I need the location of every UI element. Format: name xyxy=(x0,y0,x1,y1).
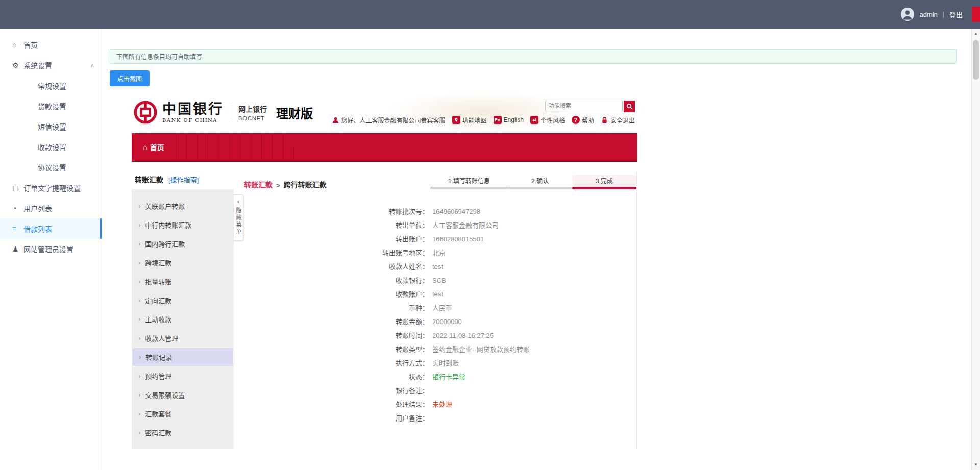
side-menu-item[interactable]: › 收款人管理 xyxy=(132,329,234,348)
detail-value: SCB xyxy=(432,274,446,287)
side-menu-item[interactable]: › 预约管理 xyxy=(132,366,234,385)
gear-icon: ⚙ xyxy=(12,61,23,69)
detail-row: 转出账户： 16602808015501 xyxy=(244,232,636,246)
bank-nav-item[interactable] xyxy=(176,133,186,147)
side-menu-item[interactable]: › 中行内转账汇款 xyxy=(132,215,234,234)
sidebar-item-label: 常规设置 xyxy=(38,81,86,91)
sidebar-item[interactable]: 常规设置 xyxy=(0,76,102,96)
bank-of-china-logo xyxy=(134,101,157,124)
hide-menu-tab[interactable]: ‹ 隐藏菜单 xyxy=(234,194,243,241)
username: admin xyxy=(919,11,937,18)
detail-row: 转账时间： 2022-11-08 16:27:25 xyxy=(244,329,636,342)
side-menu-item[interactable]: › 定向汇款 xyxy=(132,291,234,310)
arrow-right-icon: › xyxy=(139,353,141,361)
bank-content: 转账汇款 > 跨行转账汇款 1.填写转账信息 2.确认 xyxy=(234,172,637,449)
side-menu-item[interactable]: › 交易限额设置 xyxy=(132,385,234,404)
sidebar-item[interactable]: 短信设置 xyxy=(0,116,102,137)
arrow-right-icon: › xyxy=(138,334,140,342)
user-list-icon: ◔ xyxy=(12,204,23,212)
bank-nav-item[interactable] xyxy=(251,147,261,161)
greeting-link[interactable]: 您好、人工客服金融有限公司贵宾客服 xyxy=(332,116,446,125)
sidebar-item[interactable]: ♟ 网站管理员设置 xyxy=(0,239,102,259)
detail-value: 北京 xyxy=(432,246,446,260)
detail-label: 转账时间： xyxy=(244,329,429,342)
bank-nav-item[interactable] xyxy=(176,147,186,161)
sidebar-item-label: 短信设置 xyxy=(38,121,86,132)
sidebar-item[interactable]: ⌂ 首页 xyxy=(0,35,102,55)
scrollbar-thumb[interactable] xyxy=(973,40,979,80)
bank-nav-item[interactable] xyxy=(218,133,229,147)
side-menu-item[interactable]: › 主动收款 xyxy=(132,310,234,329)
search-button[interactable] xyxy=(624,101,635,112)
bank-nav-item[interactable] xyxy=(186,147,197,161)
bank-nav-item[interactable] xyxy=(229,133,240,147)
secure-logout-link[interactable]: 安全退出 xyxy=(601,116,635,125)
english-link[interactable]: En English xyxy=(494,116,524,124)
detail-row: 币种： 人民币 xyxy=(244,301,636,315)
personal-style-link[interactable]: ⇄ 个性风格 xyxy=(530,116,565,125)
function-map-link[interactable]: 功能地图 xyxy=(452,116,487,125)
sidebar-item[interactable]: 贷款设置 xyxy=(0,96,102,116)
side-menu-item[interactable]: › 密码汇款 xyxy=(132,423,234,442)
bank-nav-item[interactable] xyxy=(208,147,218,161)
bank-nav-item[interactable] xyxy=(197,133,208,147)
bank-nav-item[interactable] xyxy=(218,147,229,161)
page-scrollbar[interactable]: ▲ ▼ xyxy=(971,29,980,470)
edge-red-badge xyxy=(972,7,980,22)
scrollbar-up-icon[interactable]: ▲ xyxy=(972,30,980,38)
bank-nav-item[interactable] xyxy=(261,147,272,161)
bank-nav-item[interactable] xyxy=(186,133,197,147)
bank-nav-item[interactable] xyxy=(240,147,251,161)
bank-nav-home[interactable]: ⌂ 首页 xyxy=(132,133,176,161)
operation-guide-link[interactable]: [操作指南] xyxy=(168,176,199,184)
side-menu-item[interactable]: › 关联账户转账 xyxy=(132,196,234,215)
function-search-input[interactable] xyxy=(545,101,623,111)
breadcrumb-root[interactable]: 转账汇款 xyxy=(244,179,273,189)
side-menu-item[interactable]: › 转账记录 xyxy=(132,348,234,366)
detail-row: 执行方式： 实时到账 xyxy=(244,356,636,370)
hide-menu-label: 隐藏菜单 xyxy=(234,207,242,236)
avatar[interactable] xyxy=(901,8,914,21)
sidebar-item-label: 网站管理员设置 xyxy=(23,244,86,254)
side-menu-item[interactable]: › 国内跨行汇款 xyxy=(132,234,234,253)
bank-nav-item[interactable] xyxy=(272,133,283,147)
help-link[interactable]: ? 帮助 xyxy=(572,116,594,125)
detail-value: 人工客服金融有限公司 xyxy=(432,218,499,232)
bank-nav-item[interactable] xyxy=(197,147,208,161)
bank-nav-item[interactable] xyxy=(229,147,240,161)
sidebar-item[interactable]: ⚙ 系统设置 ∧ xyxy=(0,55,102,76)
bank-nav-item[interactable] xyxy=(283,133,293,147)
english-icon: En xyxy=(494,116,502,124)
detail-value: 银行卡异常 xyxy=(432,370,465,384)
bank-nav-item[interactable] xyxy=(272,147,283,161)
arrow-right-icon: › xyxy=(138,202,140,210)
sidebar-item[interactable]: 协议设置 xyxy=(0,157,102,178)
bank-nav-item[interactable] xyxy=(240,133,251,147)
sidebar-item-label: 首页 xyxy=(23,40,86,50)
sidebar-item[interactable]: ≡ 借款列表 xyxy=(0,218,102,239)
bank-name-en: BANK OF CHINA xyxy=(162,117,224,123)
sidebar-item[interactable]: ▤ 订单文字提醒设置 xyxy=(0,178,102,198)
detail-row: 银行备注： xyxy=(244,384,636,398)
side-menu-item[interactable]: › 批量转账 xyxy=(132,272,234,291)
side-menu-item[interactable]: › 汇款套餐 xyxy=(132,404,234,423)
sidebar-item[interactable]: 收款设置 xyxy=(0,137,102,157)
detail-label: 状态： xyxy=(244,370,429,384)
bank-nav-item[interactable] xyxy=(261,133,272,147)
detail-row: 转出账号地区： 北京 xyxy=(244,246,636,260)
detail-row: 收款账户： test xyxy=(244,287,636,301)
bank-nav-item[interactable] xyxy=(251,133,261,147)
side-menu-item[interactable]: › 跨境汇款 xyxy=(132,253,234,272)
sidebar-item[interactable]: ◔ 用户列表 xyxy=(0,198,102,218)
bank-nav-item[interactable] xyxy=(208,133,218,147)
bank-nav-item[interactable] xyxy=(293,147,304,161)
detail-label: 转账金额： xyxy=(244,315,429,329)
detail-label: 处理结果： xyxy=(244,398,429,411)
logout-link[interactable]: 登出 xyxy=(949,10,963,19)
screenshot-button[interactable]: 点击截图 xyxy=(110,70,150,86)
online-banking-cn: 网上银行 xyxy=(238,104,267,114)
arrow-right-icon: › xyxy=(138,278,140,285)
scrollbar-down-icon[interactable]: ▼ xyxy=(972,461,980,469)
bank-nav-item[interactable] xyxy=(283,147,293,161)
side-menu-item-label: 预约管理 xyxy=(145,371,172,381)
